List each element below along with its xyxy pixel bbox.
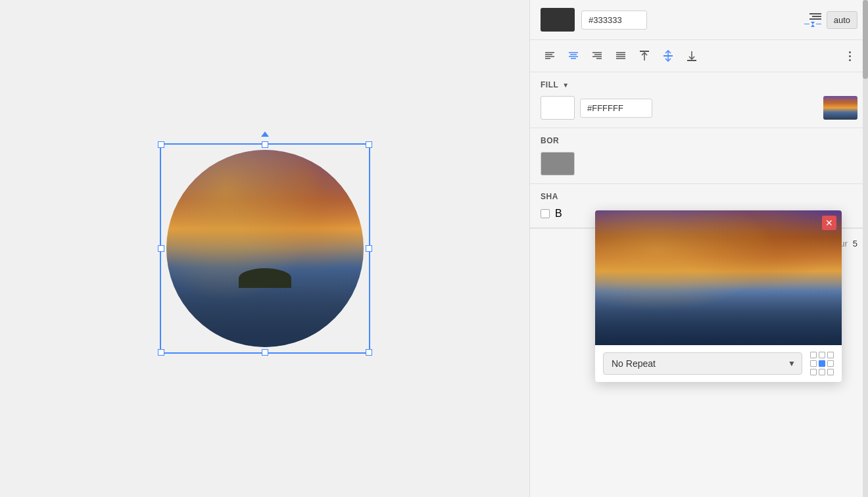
grid-cell-5[interactable] xyxy=(827,360,834,367)
blur-value: 5 xyxy=(853,239,857,248)
shadow-checkbox-label: B xyxy=(555,208,562,220)
handle-bottom-center[interactable] xyxy=(262,349,268,356)
vertical-align-bottom-button[interactable] xyxy=(683,47,701,65)
font-color-swatch[interactable] xyxy=(541,8,575,32)
fill-color-swatch[interactable] xyxy=(541,96,575,120)
handle-middle-right[interactable] xyxy=(366,245,372,252)
fill-section: FILL ▼ #FFFFFF xyxy=(530,72,868,128)
border-section: BOR xyxy=(530,128,868,184)
canvas-area xyxy=(0,0,529,497)
line-height-icon xyxy=(804,13,821,27)
repeat-select[interactable]: No Repeat Repeat Repeat X Repeat Y xyxy=(603,352,802,375)
grid-cell-7[interactable] xyxy=(819,369,825,375)
handle-bottom-left[interactable] xyxy=(158,349,164,356)
close-icon: ✕ xyxy=(825,218,833,227)
position-grid[interactable] xyxy=(810,352,834,375)
handle-top-right[interactable] xyxy=(366,141,372,148)
vertical-align-middle-button[interactable] xyxy=(659,47,677,65)
border-label: BOR xyxy=(541,136,559,145)
align-center-button[interactable] xyxy=(564,47,583,65)
fill-hex-input[interactable]: #FFFFFF xyxy=(580,99,652,118)
border-section-header: BOR xyxy=(541,136,857,145)
grid-cell-1[interactable] xyxy=(819,352,825,358)
align-right-button[interactable] xyxy=(588,47,606,65)
grid-cell-6[interactable] xyxy=(810,369,817,375)
handle-bottom-right[interactable] xyxy=(366,349,372,356)
fill-row: #FFFFFF xyxy=(541,96,857,120)
repeat-select-wrapper: No Repeat Repeat Repeat X Repeat Y ▼ xyxy=(603,352,802,375)
font-color-row: #333333 auto xyxy=(530,0,868,40)
font-color-hex-input[interactable]: #333333 xyxy=(581,11,647,30)
popup-footer: No Repeat Repeat Repeat X Repeat Y ▼ xyxy=(595,345,842,382)
scrollbar-thumb[interactable] xyxy=(863,0,868,79)
border-row xyxy=(541,152,857,176)
shadow-section-header: SHA xyxy=(541,192,857,201)
alignment-row xyxy=(530,40,868,72)
fill-dropdown-icon[interactable]: ▼ xyxy=(562,82,569,89)
canvas-element-container xyxy=(133,117,397,380)
vertical-align-top-button[interactable] xyxy=(635,47,654,65)
handle-middle-left[interactable] xyxy=(158,245,164,252)
border-color-swatch[interactable] xyxy=(541,152,575,176)
shadow-checkbox[interactable] xyxy=(541,209,550,218)
popup-close-button[interactable]: ✕ xyxy=(822,216,836,230)
grid-cell-2[interactable] xyxy=(827,352,834,358)
handle-top-left[interactable] xyxy=(158,141,164,148)
scrollbar[interactable] xyxy=(863,0,868,497)
grid-cell-3[interactable] xyxy=(810,360,817,367)
rotate-handle[interactable] xyxy=(261,131,269,137)
handle-top-center[interactable] xyxy=(262,141,268,148)
image-fill-popup: ✕ No Repeat Repeat Repeat X Repeat Y ▼ xyxy=(595,210,842,382)
grid-cell-8[interactable] xyxy=(827,369,834,375)
shadow-label: SHA xyxy=(541,192,558,201)
fill-section-header: FILL ▼ xyxy=(541,80,857,89)
auto-badge: auto xyxy=(827,11,857,29)
more-options-button[interactable] xyxy=(842,48,857,64)
align-justify-button[interactable] xyxy=(612,47,630,65)
grid-cell-0[interactable] xyxy=(810,352,817,358)
popup-image-preview: ✕ xyxy=(595,210,842,345)
grid-cell-4[interactable] xyxy=(819,360,825,367)
align-left-button[interactable] xyxy=(541,47,559,65)
fill-label: FILL xyxy=(541,80,558,89)
circle-element[interactable] xyxy=(166,150,364,347)
fill-image-thumbnail[interactable] xyxy=(823,96,857,120)
